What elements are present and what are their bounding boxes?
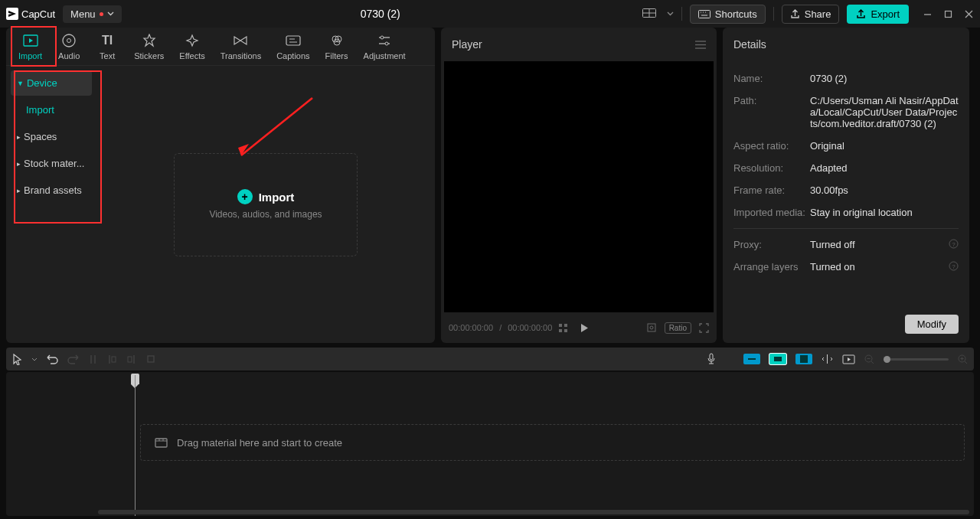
import-button[interactable]: + Import Videos, audios, and images bbox=[174, 153, 358, 256]
player-menu-icon[interactable] bbox=[695, 41, 706, 49]
help-icon[interactable]: ? bbox=[946, 261, 959, 273]
svg-point-22 bbox=[385, 42, 388, 45]
stickers-icon bbox=[142, 33, 156, 48]
zoom-slider[interactable] bbox=[884, 358, 949, 361]
tab-captions[interactable]: Captions bbox=[269, 28, 317, 65]
player-title: Player bbox=[452, 38, 482, 51]
audio-icon bbox=[62, 33, 76, 48]
svg-rect-43 bbox=[148, 356, 154, 362]
select-tool-icon[interactable] bbox=[12, 354, 22, 365]
tab-adjustment[interactable]: Adjustment bbox=[356, 28, 413, 65]
media-icon bbox=[155, 438, 168, 448]
tab-stickers[interactable]: Stickers bbox=[126, 28, 172, 65]
maximize-button[interactable] bbox=[943, 9, 953, 19]
time-current: 00:00:00:00 bbox=[449, 323, 493, 332]
details-panel: Details Name: 0730 (2) Path: C:/Users/Us… bbox=[723, 28, 969, 343]
crop-button[interactable] bbox=[145, 354, 156, 364]
media-tab-bar: Import Audio TI Text Stickers Effects Tr… bbox=[6, 28, 435, 66]
topbar-right: Shortcuts Share Export bbox=[639, 5, 974, 24]
time-total: 00:00:00:00 bbox=[508, 323, 552, 332]
track-height-small[interactable] bbox=[743, 354, 760, 364]
svg-rect-3 bbox=[698, 10, 710, 18]
delete-right-button[interactable] bbox=[126, 354, 136, 365]
window-controls bbox=[923, 9, 974, 19]
timeline-toolbar bbox=[6, 348, 974, 370]
chevron-down-icon[interactable] bbox=[31, 357, 38, 361]
help-icon[interactable]: ? bbox=[946, 239, 959, 250]
import-drop-area: + Import Videos, audios, and images bbox=[96, 66, 435, 343]
detail-row-name: Name: 0730 (2) bbox=[733, 67, 959, 90]
track-height-medium[interactable] bbox=[769, 354, 786, 364]
timeline-scrollbar[interactable] bbox=[98, 510, 969, 514]
svg-rect-27 bbox=[559, 324, 562, 327]
sidebar-item-stock[interactable]: ▸ Stock mater... bbox=[11, 151, 92, 176]
menu-button[interactable]: Menu bbox=[63, 5, 122, 23]
scale-icon[interactable] bbox=[646, 322, 657, 333]
modify-button[interactable]: Modify bbox=[905, 315, 959, 334]
tab-filters[interactable]: Filters bbox=[318, 28, 356, 65]
minimize-button[interactable] bbox=[923, 9, 933, 19]
tab-text[interactable]: TI Text bbox=[88, 28, 126, 65]
sidebar-item-brand-assets[interactable]: ▸ Brand assets bbox=[11, 178, 92, 203]
zoom-out-icon[interactable] bbox=[864, 354, 874, 364]
divider bbox=[773, 7, 774, 21]
undo-button[interactable] bbox=[47, 354, 58, 364]
svg-rect-40 bbox=[112, 357, 116, 362]
svg-rect-28 bbox=[564, 324, 567, 327]
media-panel: Import Audio TI Text Stickers Effects Tr… bbox=[6, 28, 435, 343]
svg-rect-58 bbox=[155, 439, 167, 447]
detail-row-path: Path: C:/Users/Usman Ali Nasir/AppData/L… bbox=[733, 90, 959, 135]
sidebar-item-device[interactable]: ▼ Device bbox=[11, 70, 92, 96]
preview-icon[interactable] bbox=[842, 354, 855, 364]
svg-line-55 bbox=[965, 361, 967, 364]
layout-icon[interactable] bbox=[639, 5, 659, 22]
detail-row-proxy: Proxy: Turned off ? bbox=[733, 233, 959, 256]
chevron-down-icon bbox=[107, 11, 114, 16]
mic-record-icon[interactable] bbox=[707, 353, 716, 365]
shortcuts-button[interactable]: Shortcuts bbox=[690, 5, 766, 24]
play-button[interactable] bbox=[574, 323, 595, 333]
zoom-slider-thumb[interactable] bbox=[884, 356, 890, 363]
player-panel: Player 00:00:00:00 / 00:00:00:00 Ratio bbox=[441, 28, 717, 343]
tab-transitions[interactable]: Transitions bbox=[213, 28, 269, 65]
filters-icon bbox=[330, 33, 344, 48]
share-button[interactable]: Share bbox=[782, 5, 840, 24]
split-button[interactable] bbox=[88, 354, 98, 365]
player-viewport[interactable] bbox=[444, 61, 714, 312]
tab-import[interactable]: Import bbox=[11, 28, 50, 65]
sidebar-item-spaces[interactable]: ▸ Spaces bbox=[11, 124, 92, 149]
import-icon bbox=[23, 33, 38, 48]
menu-notification-dot bbox=[100, 12, 103, 16]
track-height-large[interactable] bbox=[795, 354, 812, 364]
svg-line-23 bbox=[241, 98, 312, 155]
time-separator: / bbox=[499, 323, 501, 332]
tab-effects[interactable]: Effects bbox=[172, 28, 212, 65]
sidebar-item-import[interactable]: Import bbox=[11, 97, 92, 122]
player-controls: 00:00:00:00 / 00:00:00:00 Ratio bbox=[441, 312, 717, 343]
export-button[interactable]: Export bbox=[847, 5, 909, 24]
svg-rect-13 bbox=[286, 36, 300, 45]
caret-right-icon: ▸ bbox=[17, 187, 21, 194]
grid-icon[interactable] bbox=[558, 323, 568, 333]
tab-audio[interactable]: Audio bbox=[50, 28, 88, 65]
svg-rect-44 bbox=[710, 354, 713, 360]
media-content: ▼ Device Import ▸ Spaces ▸ Stock mater..… bbox=[6, 66, 435, 343]
delete-left-button[interactable] bbox=[107, 354, 117, 365]
ratio-button[interactable]: Ratio bbox=[665, 322, 691, 334]
svg-rect-41 bbox=[128, 357, 132, 362]
chevron-down-icon[interactable] bbox=[667, 11, 674, 16]
export-icon bbox=[856, 9, 866, 19]
transitions-icon bbox=[233, 33, 248, 48]
zoom-in-icon[interactable] bbox=[958, 354, 968, 364]
media-sidebar: ▼ Device Import ▸ Spaces ▸ Stock mater..… bbox=[6, 66, 96, 343]
fullscreen-icon[interactable] bbox=[699, 323, 709, 333]
annotation-arrow bbox=[232, 94, 316, 163]
close-button[interactable] bbox=[964, 9, 974, 19]
svg-rect-48 bbox=[800, 355, 808, 363]
timeline-drop-zone[interactable]: Drag material here and start to create bbox=[140, 424, 965, 461]
snap-icon[interactable] bbox=[822, 354, 833, 364]
timeline[interactable]: Drag material here and start to create bbox=[6, 372, 974, 516]
detail-row-aspect: Aspect ratio: Original bbox=[733, 135, 959, 157]
redo-button[interactable] bbox=[67, 354, 79, 364]
playhead-line bbox=[135, 375, 136, 516]
